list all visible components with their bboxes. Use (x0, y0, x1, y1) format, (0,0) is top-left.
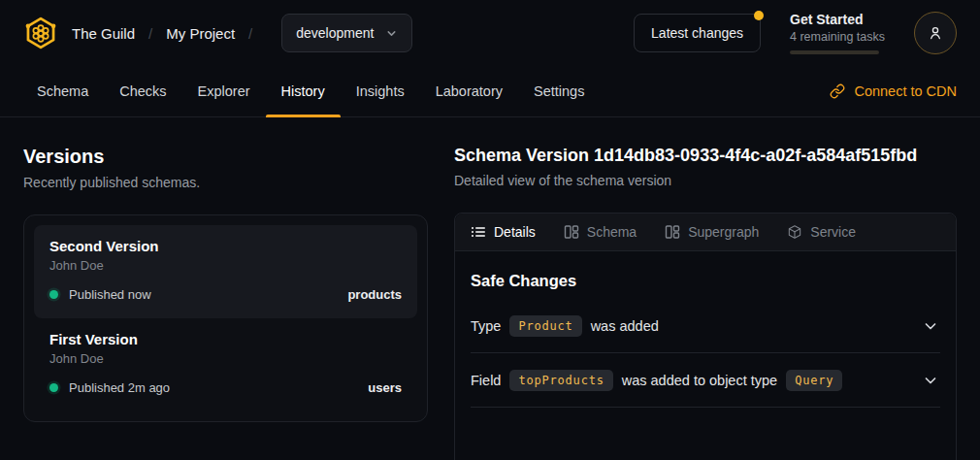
breadcrumb-separator: / (148, 25, 152, 42)
change-row-type-added[interactable]: Type Product was added (471, 299, 940, 353)
detail-tab-label: Schema (587, 224, 637, 240)
expand-chevron-icon[interactable] (921, 316, 940, 336)
latest-changes-label: Latest changes (651, 25, 743, 41)
get-started-progress (790, 50, 879, 54)
detail-tab-details[interactable]: Details (471, 224, 536, 240)
versions-section: Versions Recently published schemas. Sec… (23, 146, 428, 460)
tab-history[interactable]: History (266, 66, 341, 116)
tab-explorer[interactable]: Explorer (182, 66, 266, 116)
service-name: users (368, 380, 402, 395)
hive-logo-icon[interactable] (23, 16, 58, 50)
notification-dot (754, 11, 764, 20)
breadcrumb-project[interactable]: My Project (166, 25, 235, 42)
target-selector-value: development (296, 25, 374, 41)
version-author: John Doe (49, 258, 402, 273)
nav-tabs: Schema Checks Explorer History Insights … (21, 66, 600, 116)
detail-tab-service[interactable]: Service (787, 224, 856, 240)
expand-chevron-icon[interactable] (921, 371, 940, 390)
version-detail-title: Schema Version 1d14db83-0933-4f4c-a02f-a… (454, 146, 957, 166)
version-name: Second Version (49, 238, 402, 254)
safe-changes-title: Safe Changes (471, 272, 940, 290)
tab-schema[interactable]: Schema (21, 66, 104, 116)
detail-content: Safe Changes Type Product was added Fiel… (455, 251, 956, 408)
connect-to-cdn-link[interactable]: Connect to CDN (830, 66, 957, 116)
tab-laboratory[interactable]: Laboratory (420, 66, 518, 116)
versions-title: Versions (23, 146, 428, 168)
get-started-widget[interactable]: Get Started 4 remaining tasks (790, 12, 885, 54)
latest-changes-button[interactable]: Latest changes (634, 14, 761, 52)
change-row-field-added[interactable]: Field topProducts was added to object ty… (471, 353, 940, 408)
detail-tab-label: Supergraph (688, 224, 759, 240)
detail-tab-schema[interactable]: Schema (564, 224, 637, 240)
detail-tabs: Details Schema (455, 214, 956, 251)
published-label: Published 2m ago (69, 380, 170, 395)
breadcrumb-separator: / (248, 25, 252, 42)
connect-to-cdn-label: Connect to CDN (854, 83, 957, 99)
detail-tab-supergraph[interactable]: Supergraph (665, 224, 759, 240)
detail-tab-label: Details (494, 224, 536, 240)
change-code-badge: topProducts (509, 370, 612, 391)
version-meta: Published now products (49, 287, 402, 302)
change-text: Field (471, 373, 501, 388)
user-avatar[interactable] (914, 12, 957, 54)
change-code-badge: Query (786, 370, 842, 391)
versions-list: Second Version John Doe Published now pr… (23, 214, 428, 422)
header-actions: Latest changes Get Started 4 remaining t… (634, 12, 957, 54)
user-icon (926, 23, 945, 43)
change-text: was added (591, 318, 659, 334)
get-started-title: Get Started (790, 12, 885, 27)
version-author: John Doe (49, 351, 402, 366)
app-header: The Guild / My Project / development Lat… (0, 0, 980, 66)
version-detail-subtitle: Detailed view of the schema version (454, 173, 957, 188)
versions-subtitle: Recently published schemas. (23, 175, 428, 190)
published-status-icon (49, 383, 58, 392)
columns-icon (564, 224, 579, 240)
change-code-badge: Product (509, 315, 581, 337)
list-icon (471, 224, 486, 240)
version-detail-panel: Details Schema (454, 213, 957, 460)
service-name: products (347, 287, 402, 302)
target-selector[interactable]: development (281, 14, 412, 52)
version-card-second[interactable]: Second Version John Doe Published now pr… (34, 225, 417, 318)
tab-checks[interactable]: Checks (104, 66, 181, 116)
published-label: Published now (69, 287, 151, 302)
get-started-subtitle: 4 remaining tasks (790, 30, 885, 44)
tab-insights[interactable]: Insights (341, 66, 420, 116)
main-nav: Schema Checks Explorer History Insights … (0, 66, 980, 117)
version-meta: Published 2m ago users (49, 380, 402, 395)
main-content: Versions Recently published schemas. Sec… (0, 117, 980, 460)
published-status-icon (49, 290, 58, 299)
breadcrumb-org[interactable]: The Guild (72, 25, 135, 42)
version-detail-section: Schema Version 1d14db83-0933-4f4c-a02f-a… (454, 146, 957, 460)
detail-tab-label: Service (810, 224, 856, 240)
columns-icon (665, 224, 680, 240)
cube-icon (787, 224, 802, 240)
version-card-first[interactable]: First Version John Doe Published 2m ago … (34, 318, 417, 411)
change-text: was added to object type (622, 373, 777, 388)
version-name: First Version (49, 331, 402, 347)
link-icon (830, 83, 845, 99)
tab-settings[interactable]: Settings (518, 66, 600, 116)
change-text: Type (471, 318, 501, 334)
chevron-down-icon (385, 27, 398, 40)
breadcrumb: The Guild / My Project / development (23, 14, 412, 52)
